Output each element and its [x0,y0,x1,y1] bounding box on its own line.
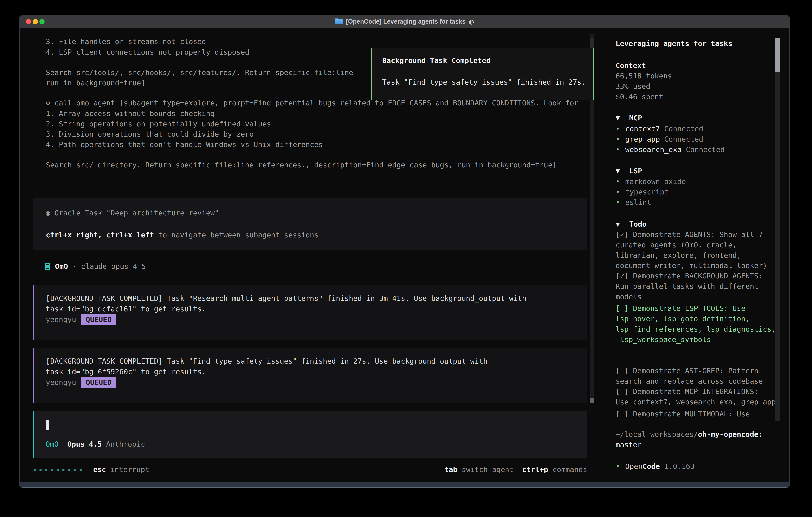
workspace-path-prefix: ~/local-workspaces/ [616,430,698,438]
lsp-heading-label: LSP [629,167,642,175]
mcp-item: •websearch_exa Connected [616,144,725,155]
agent-square-icon [45,263,50,270]
workspace-repo-name: oh-my-opencode: [698,430,763,438]
sidebar-scrollbar[interactable] [775,38,780,420]
tab-key-label: switch agent [457,465,514,473]
sidebar-scrollbar-thumb[interactable] [775,38,780,72]
mcp-item-status: Connected [682,145,725,154]
status-badge: QUEUED [81,377,116,388]
agent-name: OmO [55,261,68,272]
message-box: [BACKGROUND TASK COMPLETED] Task "Find t… [33,348,587,403]
collapse-triangle-icon: ▼ [616,219,629,229]
terminal-line: 4. LSP client connections not properly d… [46,47,249,57]
message-line: task_id="bg_dcfac161" to get results. [46,304,206,314]
todo-line-active: [ ] Demonstrate LSP TOOLS: Use [616,303,746,314]
minimize-button[interactable] [33,19,38,24]
collapse-triangle-icon: ▼ [616,166,629,176]
version-row: •OpenCode 1.0.163 [616,461,695,472]
window-bottom-strip [20,483,789,488]
todo-line-pending: [ ] Demonstrate MCP INTEGRATIONS: [616,386,758,397]
esc-key-hint: esc [93,465,106,473]
hint-keys: ctrl+x right, ctrl+x left [46,231,154,239]
mcp-item: •context7 Connected [616,124,703,134]
target-icon: ◉ [46,209,50,217]
terminal-line: Search src/tools/, src/hooks/, src/featu… [46,67,353,78]
close-button[interactable] [26,19,31,24]
oracle-task-text: Oracle Task "Deep architecture review" [50,209,219,217]
message-line: [BACKGROUND TASK COMPLETED] Task "Resear… [46,293,526,304]
session-indicator-icon: ◐ [469,18,474,25]
session-title: Leveraging agents for tasks [616,38,732,49]
commands-key-hint: ctrl+p [514,465,548,473]
mcp-heading-label: MCP [629,114,642,122]
prompt-input[interactable]: OmO Opus 4.5 Anthropic [33,411,587,458]
context-spent: $0.46 spent [616,91,663,102]
mcp-item-status: Connected [660,125,703,133]
todo-line-active: lsp_find_references, lsp_diagnostics, [616,324,776,334]
bullet-icon: • [616,187,625,197]
oracle-task-title: ◉ Oracle Task "Deep architecture review" [46,208,219,218]
todo-line-pending: Use context7, websearch_exa, grep_app [616,397,776,407]
provider-spacer [102,440,106,448]
model-status-row: OmO Opus 4.5 Anthropic [46,439,145,450]
bullet-icon: • [616,461,625,472]
window-title-text: [OpenCode] Leveraging agents for tasks [346,18,466,25]
todo-line-done: [✓] Demonstrate AGENTS: Show all 7 [616,229,763,240]
terminal-window: [OpenCode] Leveraging agents for tasks ◐… [19,15,790,488]
folder-icon [335,19,343,24]
app-name-bold: Code [643,462,660,470]
collapse-triangle-icon: ▼ [616,113,629,123]
app-version-number: 1.0.163 [660,462,694,470]
lsp-item: •eslint [616,197,651,208]
app-name-light: Open [625,462,643,470]
mcp-item-status: Connected [660,135,703,143]
context-used: 33% used [616,81,650,91]
terminal-line: 3. File handles or streams not closed [46,36,206,47]
todo-heading-label: Todo [629,220,646,228]
todo-line-pending: [ ] Demonstrate AST-GREP: Pattern [616,366,758,376]
model-spacer [59,440,67,448]
mcp-item-name: websearch_exa [625,145,682,154]
toast-title: Background Task Completed [382,55,491,66]
context-heading: Context [616,60,646,71]
terminal-line: 3. Division operations that could divide… [46,129,254,139]
terminal-line: 2. String operations on potentially unde… [46,119,271,129]
terminal-line: Search src/ directory. Return specific f… [46,160,557,170]
terminal-line: 4. Path operations that don't handle Win… [46,139,323,150]
agent-separator: · [68,261,81,272]
toast-body: Task "Find type safety issues" finished … [382,77,586,87]
chat-scrollbar-thumb[interactable] [590,398,594,403]
input-agent-name: OmO [46,440,59,448]
workspace-path: ~/local-workspaces/oh-my-opencode: [616,429,763,440]
mcp-item-name: context7 [625,125,660,133]
todo-line-done: librarian, explore, frontend, [616,250,741,261]
bullet-icon: • [616,197,625,208]
todo-line-active: lsp_workspace_symbols [616,334,711,345]
bullet-icon: • [616,134,625,144]
terminal-line: run_in_background=true] [46,78,145,88]
status-badge: QUEUED [81,315,116,325]
window-title: [OpenCode] Leveraging agents for tasks ◐ [335,18,474,25]
tool-call-spacer [50,99,55,107]
todo-section-heading[interactable]: ▼Todo [616,219,646,229]
todo-line-done: [✓] Demonstrate BACKGROUND AGENTS: [616,271,763,281]
status-bar: ▪▪▪▪▪▪▪▪▪ esc interrupt tab switch agent… [33,464,587,474]
message-meta: yeongyuQUEUED [46,377,116,388]
context-tokens: 66,518 tokens [616,71,672,81]
gear-icon: ⚙ [46,99,50,107]
workspace-branch: master [616,440,642,450]
bullet-icon: • [616,144,625,155]
agent-model: claude-opus-4-5 [81,261,146,272]
lsp-item: •typescript [616,187,669,197]
mcp-section-heading[interactable]: ▼MCP [616,113,642,123]
hint-rest: to navigate between subagent sessions [154,231,319,239]
lsp-section-heading[interactable]: ▼LSP [616,166,642,176]
terminal-line: 1. Array access without bounds checking [46,108,214,119]
oracle-task-box: ◉ Oracle Task "Deep architecture review"… [33,198,587,250]
todo-line-done: Run parallel tasks with different [616,281,758,292]
toast-notification: Background Task Completed Task "Find typ… [371,48,594,100]
zoom-button[interactable] [39,19,45,24]
message-user: yeongyu [46,378,76,386]
todo-line-done: document-writer, multimodal-looker) [616,261,767,271]
message-user: yeongyu [46,316,76,324]
